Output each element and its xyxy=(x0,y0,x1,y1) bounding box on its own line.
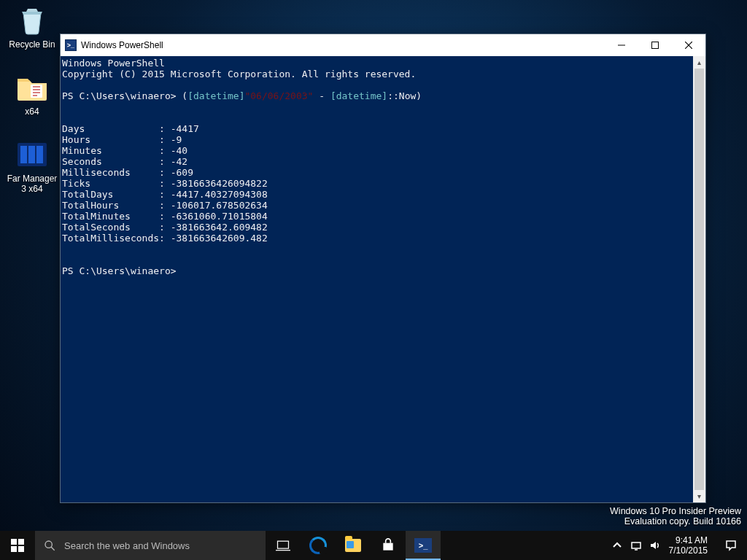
windows-watermark: Windows 10 Pro Insider Preview Evaluatio… xyxy=(610,506,741,526)
scroll-up-icon[interactable]: ▴ xyxy=(693,56,705,69)
taskbar-app-store[interactable] xyxy=(371,531,406,560)
search-placeholder: Search the web and Windows xyxy=(64,540,190,551)
powershell-icon: >_ xyxy=(65,39,77,51)
maximize-button[interactable] xyxy=(638,34,672,56)
svg-line-14 xyxy=(51,547,55,551)
search-icon xyxy=(44,540,55,551)
windows-logo-icon xyxy=(11,539,24,552)
scroll-down-icon[interactable]: ▾ xyxy=(693,490,705,502)
svg-rect-12 xyxy=(18,546,24,552)
svg-rect-9 xyxy=(11,539,17,545)
system-tray: 9:41 AM 7/10/2015 xyxy=(608,531,747,560)
svg-point-13 xyxy=(45,541,52,548)
desktop-icon-label: Far Manager xyxy=(4,174,60,184)
time-text: 9:41 AM xyxy=(669,535,708,545)
tray-overflow-button[interactable] xyxy=(608,531,627,560)
taskbar-app-explorer[interactable] xyxy=(336,531,371,560)
store-icon xyxy=(381,538,395,553)
scroll-thumb[interactable] xyxy=(694,69,704,490)
svg-rect-2 xyxy=(20,146,27,163)
powershell-window: >_ Windows PowerShell Windows PowerShell… xyxy=(60,34,706,503)
task-view-button[interactable] xyxy=(266,531,301,560)
recycle-bin-icon xyxy=(15,3,50,38)
network-icon xyxy=(630,540,642,551)
taskbar: Search the web and Windows >_ 9:41 AM 7/… xyxy=(0,531,747,560)
task-view-icon xyxy=(276,540,290,551)
notification-icon xyxy=(725,540,737,551)
tray-network-button[interactable] xyxy=(627,531,646,560)
watermark-line: Windows 10 Pro Insider Preview xyxy=(610,506,741,516)
scrollbar[interactable]: ▴ ▾ xyxy=(693,56,705,502)
svg-rect-15 xyxy=(278,541,289,548)
taskbar-app-edge[interactable] xyxy=(301,531,336,560)
date-text: 7/10/2015 xyxy=(669,545,708,556)
desktop-icon-recycle-bin[interactable]: Recycle Bin xyxy=(4,3,60,50)
powershell-icon: >_ xyxy=(414,538,432,553)
chevron-up-icon xyxy=(611,540,623,551)
svg-rect-10 xyxy=(18,539,24,545)
scroll-track[interactable] xyxy=(693,69,705,490)
start-button[interactable] xyxy=(0,531,35,560)
edge-icon xyxy=(309,537,327,554)
tray-volume-button[interactable] xyxy=(646,531,665,560)
volume-icon xyxy=(649,540,661,551)
action-center-button[interactable] xyxy=(715,540,747,551)
window-titlebar[interactable]: >_ Windows PowerShell xyxy=(61,34,705,56)
search-box[interactable]: Search the web and Windows xyxy=(35,531,266,560)
desktop-icon-x64[interactable]: x64 xyxy=(4,70,60,117)
svg-rect-4 xyxy=(36,146,43,163)
close-button[interactable] xyxy=(672,34,705,56)
svg-rect-3 xyxy=(28,146,35,163)
watermark-line: Evaluation copy. Build 10166 xyxy=(610,516,741,526)
taskbar-clock[interactable]: 9:41 AM 7/10/2015 xyxy=(665,535,715,556)
far-manager-icon xyxy=(15,137,50,172)
file-explorer-icon xyxy=(345,539,361,552)
minimize-button[interactable] xyxy=(605,34,638,56)
svg-rect-11 xyxy=(11,546,17,552)
folder-icon xyxy=(15,70,50,105)
desktop-icon-label: Recycle Bin xyxy=(4,39,60,50)
desktop: Recycle Bin x64 Far Manager 3 x64 >_ Win… xyxy=(0,0,747,560)
desktop-icon-label: x64 xyxy=(4,106,60,117)
desktop-icon-far-manager[interactable]: Far Manager 3 x64 xyxy=(4,137,60,194)
desktop-icon-label: 3 x64 xyxy=(4,184,60,194)
taskbar-app-powershell[interactable]: >_ xyxy=(406,531,441,560)
console-output[interactable]: Windows PowerShell Copyright (C) 2015 Mi… xyxy=(61,56,693,502)
window-title: Windows PowerShell xyxy=(81,40,163,50)
svg-rect-17 xyxy=(632,542,640,548)
svg-rect-6 xyxy=(652,42,659,49)
